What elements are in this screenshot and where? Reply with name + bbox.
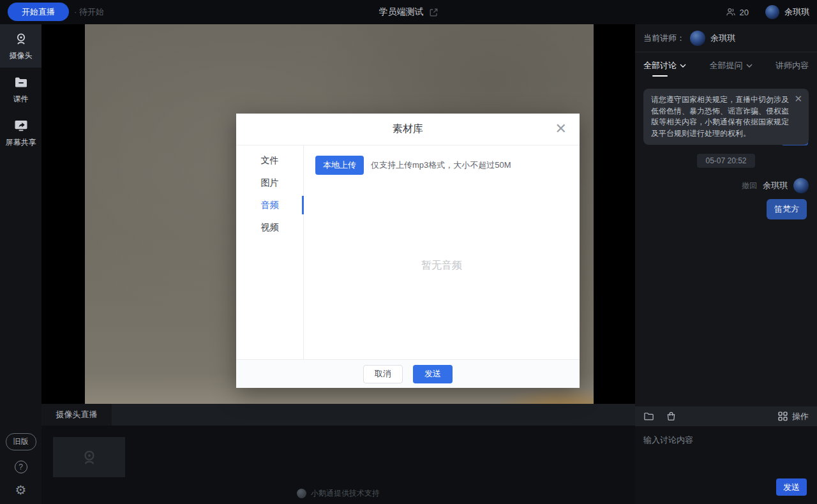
chat-toolbar: 操作 bbox=[635, 406, 817, 426]
cancel-button[interactable]: 取消 bbox=[363, 365, 403, 383]
modal-title: 素材库 bbox=[393, 122, 423, 136]
modal-tab-files[interactable]: 文件 bbox=[236, 149, 303, 172]
help-icon[interactable]: ? bbox=[15, 461, 27, 473]
topbar-right: 20 余琪琪 bbox=[726, 0, 809, 24]
live-status-text: · 待开始 bbox=[74, 0, 104, 24]
chat-input-area: 发送 bbox=[635, 426, 817, 504]
webcam-icon bbox=[80, 448, 99, 467]
close-icon[interactable]: ✕ bbox=[794, 94, 802, 103]
actions-label: 操作 bbox=[792, 411, 809, 422]
close-icon[interactable]: ✕ bbox=[555, 121, 567, 137]
chat-message-bubble: 笛梵方 bbox=[767, 199, 807, 219]
sidebar-bottom: 旧版 ? ⚙ bbox=[0, 433, 41, 496]
chevron-down-icon bbox=[746, 64, 753, 68]
live-console-app: 开始直播 · 待开始 学员端测试 20 bbox=[0, 0, 817, 504]
chat-input[interactable] bbox=[635, 426, 817, 471]
modal-tab-images[interactable]: 图片 bbox=[236, 172, 303, 194]
tab-label: 全部提问 bbox=[710, 60, 743, 71]
chat-panel: 当前讲师： 余琪琪 全部讨论 全部提问 讲师内容 请您遵守国家 bbox=[635, 24, 817, 504]
chat-message-meta: 撤回 余琪琪 bbox=[643, 178, 809, 193]
goods-bag-icon[interactable] bbox=[666, 411, 677, 422]
tech-support-text: 小鹅通提供技术支持 bbox=[311, 488, 380, 499]
lecturer-avatar bbox=[690, 31, 705, 46]
screen-share-icon bbox=[13, 118, 29, 133]
stage-tab-strip: 摄像头直播 bbox=[41, 404, 635, 426]
grid-icon bbox=[777, 411, 788, 422]
sidebar-item-courseware[interactable]: 课件 bbox=[0, 68, 41, 111]
current-lecturer-row: 当前讲师： 余琪琪 bbox=[635, 24, 817, 52]
chat-timestamp: 05-07 20:52 bbox=[697, 154, 754, 168]
upload-hint: 仅支持上传mp3格式，大小不超过50M bbox=[371, 159, 511, 171]
camera-preview-thumbnail[interactable] bbox=[53, 437, 125, 477]
compliance-notice: 请您遵守国家相关规定，直播中切勿涉及低俗色情、暴力恐怖、谣言诈骗、侵权盗版等相关… bbox=[643, 89, 809, 145]
start-live-button[interactable]: 开始直播 bbox=[8, 3, 69, 21]
sidebar-item-label: 摄像头 bbox=[10, 50, 33, 61]
lecturer-name: 余琪琪 bbox=[710, 33, 735, 44]
old-version-button[interactable]: 旧版 bbox=[6, 433, 36, 450]
local-upload-button[interactable]: 本地上传 bbox=[315, 156, 364, 175]
modal-tab-audio[interactable]: 音频 bbox=[236, 194, 303, 216]
modal-content: 本地上传 仅支持上传mp3格式，大小不超过50M 暂无音频 bbox=[304, 145, 580, 359]
room-title-text: 学员端测试 bbox=[379, 6, 424, 18]
folder-icon[interactable] bbox=[643, 411, 654, 422]
topbar: 开始直播 · 待开始 学员端测试 20 bbox=[0, 0, 817, 24]
upload-row: 本地上传 仅支持上传mp3格式，大小不超过50M bbox=[315, 156, 568, 175]
xiaoet-logo-icon bbox=[297, 489, 306, 498]
modal-footer: 取消 发送 bbox=[236, 359, 580, 388]
left-toolbar: 摄像头 课件 屏幕共享 旧版 ? ⚙ bbox=[0, 24, 41, 504]
user-avatar[interactable] bbox=[765, 5, 779, 19]
modal-header: 素材库 ✕ bbox=[236, 114, 580, 145]
tab-lecturer-content[interactable]: 讲师内容 bbox=[776, 52, 809, 79]
tab-label: 讲师内容 bbox=[776, 60, 809, 71]
sidebar-item-label: 课件 bbox=[13, 94, 29, 105]
viewer-count-value: 20 bbox=[740, 8, 749, 17]
actions-menu[interactable]: 操作 bbox=[777, 411, 809, 422]
lecturer-label: 当前讲师： bbox=[643, 33, 685, 44]
recall-link[interactable]: 撤回 bbox=[742, 181, 757, 191]
tab-camera-live[interactable]: 摄像头直播 bbox=[41, 404, 112, 426]
webcam-icon bbox=[13, 31, 29, 47]
chat-tabs: 全部讨论 全部提问 讲师内容 bbox=[635, 52, 817, 79]
tab-label: 全部讨论 bbox=[643, 60, 677, 71]
folder-icon bbox=[13, 75, 29, 90]
sidebar-item-screenshare[interactable]: 屏幕共享 bbox=[0, 111, 41, 154]
send-button[interactable]: 发送 bbox=[413, 365, 453, 383]
message-sender: 余琪琪 bbox=[763, 180, 788, 191]
sidebar-item-label: 屏幕共享 bbox=[6, 137, 36, 148]
sidebar-item-camera[interactable]: 摄像头 bbox=[0, 24, 41, 68]
chat-send-button[interactable]: 发送 bbox=[776, 478, 807, 496]
empty-state-text: 暂无音频 bbox=[304, 259, 580, 272]
people-icon bbox=[726, 7, 736, 17]
tech-support-footer: 小鹅通提供技术支持 bbox=[41, 488, 635, 499]
room-title: 学员端测试 bbox=[0, 0, 817, 24]
tab-all-questions[interactable]: 全部提问 bbox=[710, 52, 753, 79]
modal-nav: 文件 图片 音频 视频 bbox=[236, 145, 304, 359]
modal-tab-videos[interactable]: 视频 bbox=[236, 216, 303, 239]
material-library-modal: 素材库 ✕ 文件 图片 音频 视频 本地上传 仅支持上传mp3格式，大小不超过5… bbox=[236, 114, 580, 388]
tab-all-discussion[interactable]: 全部讨论 bbox=[643, 52, 686, 79]
viewer-count: 20 bbox=[726, 7, 749, 17]
stage-bottom-area: 小鹅通提供技术支持 bbox=[41, 426, 635, 504]
user-name: 余琪琪 bbox=[784, 6, 809, 18]
notice-text: 请您遵守国家相关规定，直播中切勿涉及低俗色情、暴力恐怖、谣言诈骗、侵权盗版等相关… bbox=[651, 95, 789, 138]
sender-avatar bbox=[793, 178, 809, 193]
settings-gear-icon[interactable]: ⚙ bbox=[15, 484, 27, 496]
modal-body: 文件 图片 音频 视频 本地上传 仅支持上传mp3格式，大小不超过50M 暂无音… bbox=[236, 145, 580, 359]
external-link-icon[interactable] bbox=[429, 8, 438, 17]
chevron-down-icon bbox=[680, 64, 686, 68]
